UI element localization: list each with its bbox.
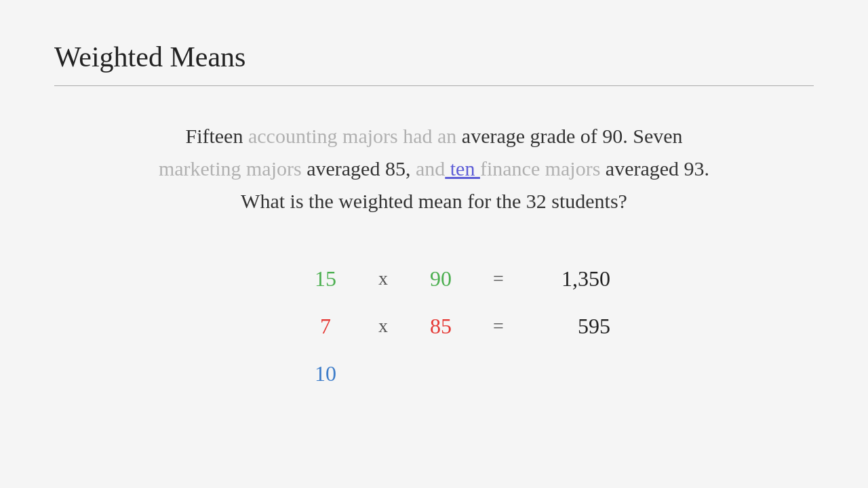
multiply-1: x [353, 268, 414, 289]
problem-statement: Fifteen accounting majors had an average… [54, 120, 814, 218]
line1-part1: Fifteen [185, 125, 248, 147]
page-title: Weighted Means [54, 41, 814, 73]
line1-part2: average grade of 90. Seven [456, 125, 682, 147]
line2-part2: averaged 93. [600, 157, 709, 180]
equals-1: = [468, 268, 529, 289]
result-2: 595 [529, 314, 610, 339]
calc-row-2: 7 x 85 = 595 [298, 306, 610, 346]
multiply-2: x [353, 315, 414, 337]
grade-2: 85 [414, 314, 468, 339]
equals-2: = [468, 315, 529, 337]
line1-faded: accounting majors had an [248, 125, 456, 147]
weight-3: 10 [298, 361, 353, 386]
calculation-table: 15 x 90 = 1,350 7 x 85 = 595 10 [298, 258, 814, 394]
title-divider [54, 85, 814, 86]
result-1: 1,350 [529, 266, 610, 291]
line2-faded2: and [416, 157, 445, 180]
calc-row-1: 15 x 90 = 1,350 [298, 258, 610, 299]
line2-part1: averaged 85, [302, 157, 416, 180]
page-container: Weighted Means Fifteen accounting majors… [0, 0, 868, 488]
weight-1: 15 [298, 266, 353, 291]
grade-1: 90 [414, 266, 468, 291]
line2-ten: ten [445, 157, 480, 180]
line2-faded3: finance majors [480, 157, 600, 180]
calc-row-3: 10 [298, 353, 353, 394]
line3: What is the weighted mean for the 32 stu… [241, 190, 627, 212]
line2-faded1: marketing majors [159, 157, 302, 180]
weight-2: 7 [298, 314, 353, 339]
